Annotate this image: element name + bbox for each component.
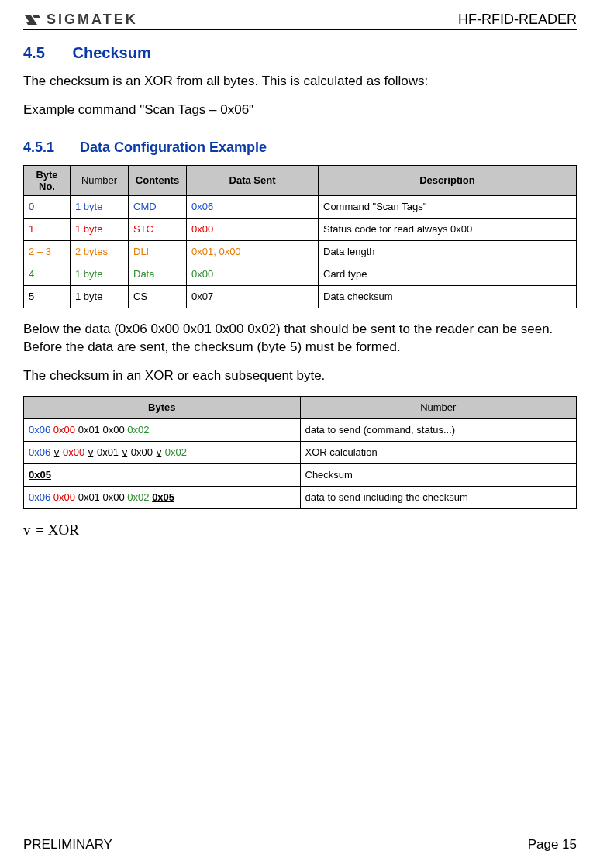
table-row: 2 – 32 bytesDLI0x01, 0x00Data length bbox=[24, 240, 577, 263]
byte-token: 0x06 bbox=[29, 424, 50, 436]
cell-byte-no: 0 bbox=[24, 195, 71, 218]
cell-number: 1 byte bbox=[71, 263, 129, 285]
cell-desc: data to send including the checksum bbox=[300, 486, 577, 508]
byte-token: 0x02 bbox=[165, 446, 187, 458]
table-row: 0x06 0x00 0x01 0x00 0x02 data to send (c… bbox=[24, 418, 577, 441]
content: 4.5 Checksum The checksum is an XOR from… bbox=[23, 30, 577, 832]
page-footer: PRELIMINARY Page 15 bbox=[23, 832, 577, 868]
cell-description: Data checksum bbox=[319, 285, 577, 308]
cell-bytes: 0x06 0x00 0x01 0x00 0x02 0x05 bbox=[24, 486, 301, 508]
cell-contents: STC bbox=[129, 218, 187, 240]
xor-symbol: v bbox=[23, 522, 31, 539]
table-header-row: Byte No. Number Contents Data Sent Descr… bbox=[24, 165, 577, 195]
byte-token: 0x02 bbox=[127, 424, 149, 436]
footer-right: Page 15 bbox=[528, 837, 577, 852]
table-checksum: Bytes Number 0x06 0x00 0x01 0x00 0x02 da… bbox=[23, 396, 577, 509]
cell-description: Card type bbox=[319, 263, 577, 285]
logo-mark-icon bbox=[23, 12, 42, 28]
table-data-config: Byte No. Number Contents Data Sent Descr… bbox=[23, 165, 577, 308]
document-title: HF-RFID-READER bbox=[458, 12, 577, 28]
cell-number: 1 byte bbox=[71, 285, 129, 308]
th-data-sent: Data Sent bbox=[187, 165, 319, 195]
cell-data-sent: 0x00 bbox=[187, 218, 319, 240]
cell-bytes: 0x06 v 0x00 v 0x01 v 0x00 v 0x02 bbox=[24, 441, 301, 463]
th-bytes: Bytes bbox=[24, 396, 301, 418]
cell-bytes: 0x06 0x00 0x01 0x00 0x02 bbox=[24, 418, 301, 441]
th-number: Number bbox=[71, 165, 129, 195]
table-row: 0x06 0x00 0x01 0x00 0x02 0x05 data to se… bbox=[24, 486, 577, 508]
cell-data-sent: 0x06 bbox=[187, 195, 319, 218]
paragraph-xor-note: The checksum in an XOR or each subsequen… bbox=[23, 367, 577, 385]
cell-byte-no: 5 bbox=[24, 285, 71, 308]
heading-checksum: 4.5 Checksum bbox=[23, 44, 577, 62]
paragraph-intro: The checksum is an XOR from all bytes. T… bbox=[23, 73, 577, 91]
cell-number: 1 byte bbox=[71, 218, 129, 240]
cell-description: Data length bbox=[319, 240, 577, 263]
cell-byte-no: 1 bbox=[24, 218, 71, 240]
th-number: Number bbox=[300, 396, 577, 418]
xor-op-icon: v bbox=[157, 446, 162, 458]
cell-number: 1 byte bbox=[71, 195, 129, 218]
xor-op-icon: v bbox=[88, 446, 94, 458]
cell-description: Command "Scan Tags" bbox=[319, 195, 577, 218]
paragraph-example: Example command "Scan Tags – 0x06" bbox=[23, 102, 577, 119]
subheading-title: Data Configuration Example bbox=[80, 140, 267, 155]
heading-title: Checksum bbox=[73, 44, 151, 61]
xor-op-icon: v bbox=[122, 446, 128, 458]
subheading-number: 4.5.1 bbox=[23, 140, 76, 156]
table-row: 51 byteCS0x07Data checksum bbox=[24, 285, 577, 308]
cell-desc: Checksum bbox=[300, 463, 577, 486]
cell-byte-no: 4 bbox=[24, 263, 71, 285]
xor-equals: = XOR bbox=[33, 522, 79, 538]
logo-text: SIGMATEK bbox=[47, 12, 138, 28]
th-description: Description bbox=[319, 165, 577, 195]
th-contents: Contents bbox=[129, 165, 187, 195]
page-header: SIGMATEK HF-RFID-READER bbox=[23, 12, 577, 30]
xor-op-icon: v bbox=[54, 446, 60, 458]
cell-data-sent: 0x01, 0x00 bbox=[187, 240, 319, 263]
cell-data-sent: 0x07 bbox=[187, 285, 319, 308]
byte-token: 0x00 bbox=[53, 491, 75, 503]
footer-left: PRELIMINARY bbox=[23, 837, 112, 852]
heading-data-config: 4.5.1 Data Configuration Example bbox=[23, 140, 577, 156]
paragraph-below-data: Below the data (0x06 0x00 0x01 0x00 0x02… bbox=[23, 321, 577, 356]
byte-token: 0x02 bbox=[127, 491, 149, 503]
byte-token: 0x06 bbox=[29, 491, 50, 503]
cell-number: 2 bytes bbox=[71, 240, 129, 263]
byte-token: 0x06 bbox=[29, 446, 50, 458]
cell-data-sent: 0x00 bbox=[187, 263, 319, 285]
xor-definition: v = XOR bbox=[23, 522, 577, 539]
cell-bytes: 0x05 bbox=[24, 463, 301, 486]
cell-description: Status code for read always 0x00 bbox=[319, 218, 577, 240]
byte-token: 0x00 bbox=[63, 446, 84, 458]
th-byte-no: Byte No. bbox=[24, 165, 71, 195]
cell-desc: data to send (command, status...) bbox=[300, 418, 577, 441]
cell-contents: DLI bbox=[129, 240, 187, 263]
cell-contents: Data bbox=[129, 263, 187, 285]
table-row: 0x06 v 0x00 v 0x01 v 0x00 v 0x02 XOR cal… bbox=[24, 441, 577, 463]
table-row: 0x05 Checksum bbox=[24, 463, 577, 486]
logo: SIGMATEK bbox=[23, 12, 138, 28]
cell-desc: XOR calculation bbox=[300, 441, 577, 463]
byte-token: 0x00 bbox=[53, 424, 75, 436]
cell-contents: CMD bbox=[129, 195, 187, 218]
table-row: 41 byteData0x00Card type bbox=[24, 263, 577, 285]
heading-number: 4.5 bbox=[23, 44, 68, 62]
cell-contents: CS bbox=[129, 285, 187, 308]
cell-byte-no: 2 – 3 bbox=[24, 240, 71, 263]
byte-token: 0x05 bbox=[152, 491, 174, 503]
table-row: 11 byteSTC0x00Status code for read alway… bbox=[24, 218, 577, 240]
table-row: 01 byteCMD0x06Command "Scan Tags" bbox=[24, 195, 577, 218]
table-header-row: Bytes Number bbox=[24, 396, 577, 418]
